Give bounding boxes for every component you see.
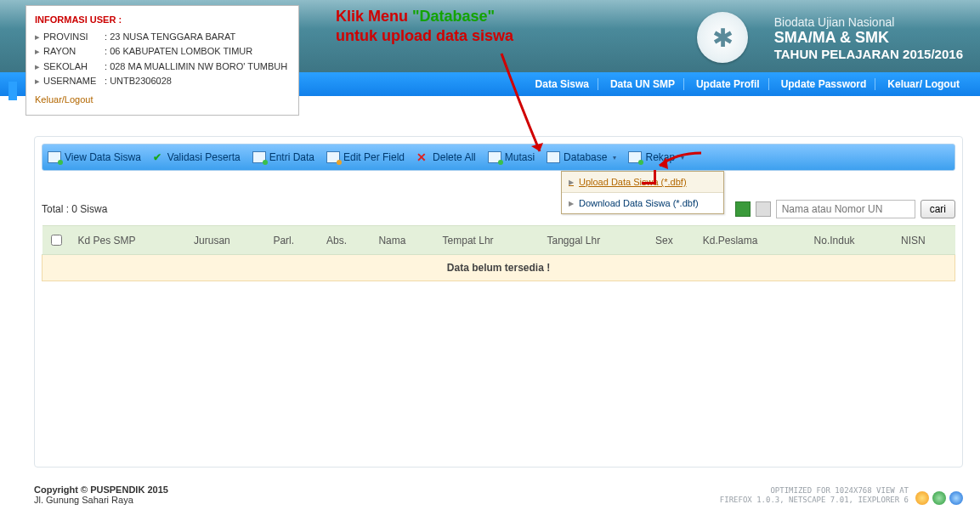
search-area: cari: [735, 200, 955, 218]
data-table: Kd Pes SMP Jurusan Parl. Abs. Nama Tempa…: [42, 225, 955, 281]
col-nama: Nama: [373, 226, 437, 255]
footer-copyright: Copyright © PUSPENDIK 2015: [34, 484, 168, 495]
user-row-username: ▸USERNAME: UNTB2306028: [35, 74, 290, 89]
menu-update-profil[interactable]: Update Profil: [688, 78, 769, 90]
user-logout-link[interactable]: Keluar/Logout: [35, 93, 290, 108]
user-info-box: INFORMASI USER : ▸PROVINSI: 23 NUSA TENG…: [25, 5, 299, 116]
banner-line3: TAHUN PELAJARAN 2015/2016: [774, 47, 963, 61]
col-nisn: NISN: [896, 226, 955, 255]
data-toolbar: View Data Siswa Validasi Peserta Entri D…: [42, 144, 955, 171]
menu-update-password[interactable]: Update Password: [773, 78, 876, 90]
report-icon: [628, 151, 642, 163]
footer-optimized: OPTIMIZED FOR 1024X768 VIEW AT FIREFOX 1…: [720, 486, 909, 505]
side-accent: [8, 82, 17, 100]
banner-title: Biodata Ujian Nasional SMA/MA & SMK TAHU…: [774, 15, 963, 61]
col-tanggal-lhr: Tanggal Lhr: [541, 226, 650, 255]
banner-line2: SMA/MA & SMK: [774, 29, 963, 47]
toolbar-view-data-siswa[interactable]: View Data Siswa: [48, 151, 141, 163]
main-panel: View Data Siswa Validasi Peserta Entri D…: [34, 136, 963, 468]
firefox-icon: [915, 491, 929, 505]
page-icon: [48, 151, 61, 163]
col-parl: Parl.: [268, 226, 321, 255]
search-input[interactable]: [776, 200, 915, 218]
toolbar-mutasi[interactable]: Mutasi: [488, 151, 535, 163]
col-tempat-lhr: Tempat Lhr: [438, 226, 542, 255]
footer-right: OPTIMIZED FOR 1024X768 VIEW AT FIREFOX 1…: [720, 486, 963, 505]
page-add-icon: [252, 151, 266, 163]
toolbar-edit-per-field[interactable]: Edit Per Field: [326, 151, 405, 163]
menu-logout[interactable]: Keluar/ Logout: [879, 78, 968, 90]
user-row-rayon: ▸RAYON: 06 KABUPATEN LOMBOK TIMUR: [35, 44, 290, 60]
footer: Copyright © PUSPENDIK 2015 Jl. Gunung Sa…: [34, 484, 963, 505]
table-header-row: Kd Pes SMP Jurusan Parl. Abs. Nama Tempa…: [42, 226, 955, 255]
page-edit-icon: [326, 151, 340, 163]
banner-line1: Biodata Ujian Nasional: [774, 15, 963, 29]
col-abs: Abs.: [321, 226, 373, 255]
footer-address: Jl. Gunung Sahari Raya: [34, 495, 168, 505]
col-jurusan: Jurusan: [189, 226, 268, 255]
toolbar-validasi-peserta[interactable]: Validasi Peserta: [153, 151, 241, 163]
search-button[interactable]: cari: [921, 200, 955, 218]
netscape-icon: [932, 491, 946, 505]
col-no-induk: No.Induk: [809, 226, 896, 255]
page-move-icon: [488, 151, 501, 163]
database-dropdown: ▶Upload Data Siswa (*.dbf) ▶Download Dat…: [561, 171, 724, 214]
menu-data-un-smp[interactable]: Data UN SMP: [602, 78, 684, 90]
user-row-sekolah: ▸SEKOLAH: 028 MA MUALLIMIN NW BORO' TUMB…: [35, 60, 290, 75]
toolbar-rekap[interactable]: Rekap: [628, 151, 684, 163]
user-row-provinsi: ▸PROVINSI: 23 NUSA TENGGARA BARAT: [35, 30, 290, 45]
arrow-right-icon: ▶: [569, 200, 574, 207]
dropdown-download-data-siswa[interactable]: ▶Download Data Siswa (*.dbf): [562, 193, 723, 213]
browser-icons: [915, 491, 963, 505]
dropdown-upload-data-siswa[interactable]: ▶Upload Data Siswa (*.dbf): [562, 172, 723, 193]
footer-left: Copyright © PUSPENDIK 2015 Jl. Gunung Sa…: [34, 484, 168, 505]
print-icon[interactable]: [756, 201, 771, 217]
arrow-right-icon: ▶: [569, 178, 574, 186]
select-all-checkbox[interactable]: [51, 235, 62, 246]
toolbar-database[interactable]: Database: [547, 151, 616, 163]
database-icon: [547, 151, 560, 163]
toolbar-delete-all[interactable]: Delete All: [416, 150, 476, 164]
logo-icon: ✱: [697, 12, 748, 63]
empty-row: Data belum tersedia !: [42, 255, 955, 281]
excel-icon[interactable]: [735, 201, 751, 217]
menu-data-siswa[interactable]: Data Siswa: [527, 78, 598, 90]
col-kd-pes-smp: Kd Pes SMP: [73, 226, 190, 255]
col-kd-peslama: Kd.Peslama: [698, 226, 809, 255]
user-info-title: INFORMASI USER :: [35, 13, 290, 28]
iexplorer-icon: [949, 491, 963, 505]
annotation-text: Klik Menu "Database" untuk upload data s…: [336, 7, 513, 47]
toolbar-entri-data[interactable]: Entri Data: [252, 151, 314, 163]
col-sex: Sex: [650, 226, 698, 255]
total-count: Total : 0 Siswa: [42, 203, 107, 215]
